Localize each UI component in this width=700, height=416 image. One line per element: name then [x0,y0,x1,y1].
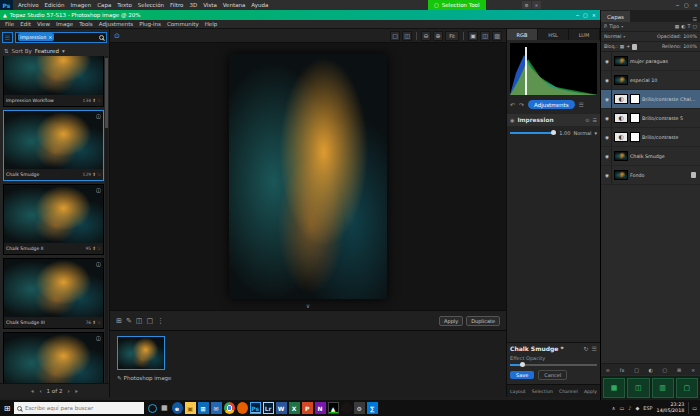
layer-name[interactable]: Brillo/contraste Chalk Smudge II [642,97,698,102]
preview-toggle-icon[interactable]: ▢ [390,31,400,41]
menu-adjustments[interactable]: Adjustments [99,21,133,27]
app-excel-icon[interactable]: X [289,402,300,414]
preset-card[interactable]: ⓘ Impression Workflow 134 ⬆ ♡ [3,56,104,107]
split-view-icon[interactable]: ◫ [480,31,490,41]
last-page-icon[interactable]: » [75,388,78,394]
preset-card-selected[interactable]: ⓘ Chalk Smudge 129 ⬆ ♡ [3,110,104,181]
color-picker-icon[interactable]: ⊙ [114,32,120,40]
adjustment-layer-icon[interactable]: ◐ [614,132,628,142]
adjustment-layer-icon[interactable]: ◐ [614,113,628,123]
preset-thumbnail[interactable] [4,259,103,317]
menu-3d[interactable]: 3D [189,2,197,8]
app-spotify-icon[interactable] [341,402,352,414]
app-powerpoint-icon[interactable]: P [302,402,313,414]
visibility-eye-icon[interactable]: ◉ [603,90,612,108]
layer-row[interactable]: ◉ especial 10 [601,71,700,90]
new-adjustment-icon[interactable]: ◐ [649,367,653,373]
topaz-titlebar[interactable]: ▲ Topaz Studio 57-S13 - Photoshop image … [0,10,600,20]
filmstrip-thumbnail[interactable] [117,336,165,370]
filter-type-icon[interactable]: T [688,24,691,29]
app-topaz-studio-icon[interactable]: ▲ [328,402,339,414]
layer-row-background[interactable]: ◉ Fondo [601,166,700,185]
delete-layer-icon[interactable]: × [691,367,695,373]
app-edge-icon[interactable]: e [172,402,183,414]
tray-expand-icon[interactable]: ∧ [612,405,616,411]
new-group-icon[interactable]: ▢ [663,367,668,373]
app-store-icon[interactable]: ⊞ [198,402,209,414]
prev-page-icon[interactable]: ‹ [39,388,41,394]
lock-all-icon[interactable] [632,44,637,50]
filter-shape-icon[interactable]: ▢ [692,24,697,29]
layer-name[interactable]: Brillo/contraste [642,135,698,140]
fill-value[interactable]: 100% [683,44,697,49]
panel-menu-button[interactable]: ☰ [2,32,13,43]
menu-imagen[interactable]: Imagen [70,2,91,8]
preset-thumbnail[interactable] [4,111,103,169]
preset-thumbnail[interactable] [4,56,103,95]
menu-texto[interactable]: Texto [117,2,132,8]
layer-mask-thumbnail[interactable] [630,113,640,123]
preset-list-scrollbar[interactable] [105,56,108,383]
app-firefox-icon[interactable] [237,402,248,414]
dock-tile-rows-icon[interactable]: ▥ [652,378,674,398]
effect-opacity-slider[interactable] [510,364,597,366]
thumbs-up-icon[interactable]: ⬆ [92,320,96,325]
section-menu-icon[interactable]: ☰ [593,117,597,123]
taskbar-clock[interactable]: 23:23 14/05/2018 [657,402,685,414]
remove-tag-icon[interactable]: × [48,35,52,40]
menu-capa[interactable]: Capa [97,2,111,8]
collapse-chevron-icon[interactable]: ∨ [110,302,506,310]
action-center-icon[interactable]: ▭ [688,402,697,414]
app-lightroom-icon[interactable]: Lr [263,402,274,414]
visibility-eye-icon[interactable]: ◉ [603,166,612,184]
tab-hsl[interactable]: HSL [538,29,569,40]
canvas-viewport[interactable]: ∨ [110,43,506,310]
minimize-icon[interactable]: ─ [576,12,579,18]
blend-mode-dropdown[interactable]: Normal [604,34,621,39]
fit-button[interactable]: Fit [445,31,459,41]
menu-community[interactable]: Community [167,21,199,27]
layer-effects-icon[interactable]: fx [620,367,625,373]
filter-pixel-icon[interactable]: ▦ [675,24,680,29]
lock-position-icon[interactable]: + [626,44,630,49]
layer-name[interactable]: Brillo/contraste 5 [642,116,698,121]
snapshot-icon[interactable]: ⊙ [585,117,589,123]
cortana-icon[interactable] [148,404,157,413]
visibility-eye-icon[interactable]: ◉ [510,117,514,123]
menu-ventana[interactable]: Ventana [223,2,246,8]
layer-name[interactable]: Chalk Smudge [630,154,698,159]
tab-capas[interactable]: Capas [601,11,630,22]
app-chrome-icon[interactable] [224,402,235,414]
visibility-eye-icon[interactable]: ◉ [603,71,612,89]
preset-card[interactable]: ⓘ Chalk Smudge II 95 ⬆ ♡ [3,184,104,255]
opacity-slider[interactable] [510,132,556,134]
network-icon[interactable]: ◆ [635,405,639,411]
layer-row[interactable]: ◉ ◐ Brillo/contraste [601,128,700,147]
chevron-down-icon[interactable]: ▾ [62,48,65,54]
app-calculator-icon[interactable]: ∑ [367,402,378,414]
impression-section-header[interactable]: ◉ Impression ⊙ ☰ [507,114,600,126]
undo-icon[interactable]: ↶ [510,101,515,108]
brush-tool-icon[interactable]: ✎ [126,317,132,325]
maximize-icon[interactable]: ▢ [583,12,588,18]
menu-filtro[interactable]: Filtro [170,2,183,8]
menu-file[interactable]: File [5,21,14,27]
zoom-in-icon[interactable]: ⊕ [433,31,443,41]
menu-tools[interactable]: Tools [79,21,93,27]
single-view-icon[interactable]: ▣ [468,31,478,41]
layer-row-selected[interactable]: ◉ ◐ Brillo/contraste Chalk Smudge II [601,90,700,109]
heart-icon[interactable]: ♡ [97,246,101,251]
layer-name[interactable]: especial 10 [630,78,698,83]
start-button[interactable]: ⊞ [0,404,14,413]
layer-thumbnail[interactable] [614,56,628,66]
link-layers-icon[interactable]: ∞ [606,367,610,373]
heart-icon[interactable]: ♡ [97,320,101,325]
preset-thumbnail[interactable] [4,185,103,243]
app-file-explorer-icon[interactable]: ▣ [185,402,196,414]
chevron-down-icon[interactable]: ▾ [594,130,597,136]
close-icon[interactable]: × [694,2,698,8]
filter-kind-dropdown[interactable]: P. Tipo [604,24,619,29]
save-button[interactable]: Save [510,371,534,379]
edited-image[interactable] [229,54,387,299]
menu-help[interactable]: Help [205,21,218,27]
